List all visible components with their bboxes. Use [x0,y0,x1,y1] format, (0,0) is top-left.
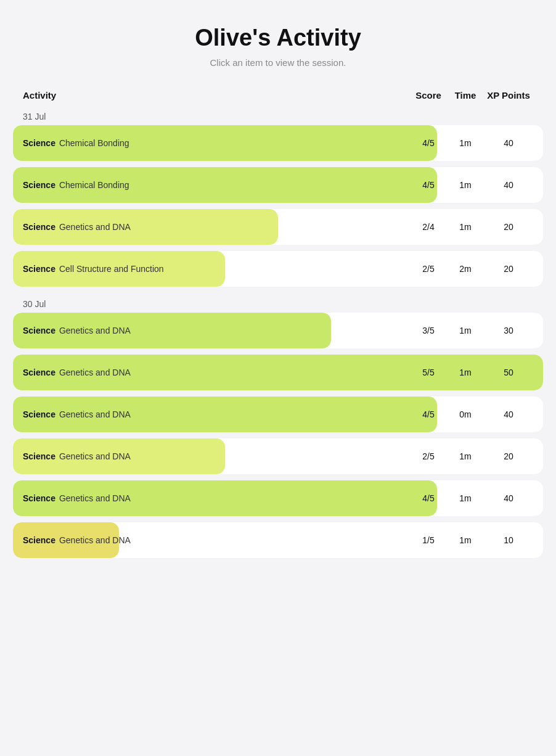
subject-badge: Science [23,409,55,419]
subject-badge: Science [23,451,55,461]
score-value: 5/5 [410,368,447,377]
col-header-score: Score [410,90,447,101]
xp-value: 20 [484,222,533,232]
row-content: Science Genetics and DNA 4/5 0m 40 [13,409,543,419]
row-content: Science Genetics and DNA 2/5 1m 20 [13,451,543,461]
xp-value: 10 [484,535,533,545]
page-container: Olive's Activity Click an item to view t… [13,25,543,558]
activity-content: Science Genetics and DNA [23,409,410,419]
activity-content: Science Chemical Bonding [23,138,410,148]
time-value: 1m [447,535,484,545]
xp-value: 40 [484,409,533,419]
table-row[interactable]: Science Chemical Bonding 4/5 1m 40 [13,167,543,203]
col-header-activity: Activity [23,90,410,101]
table-row[interactable]: Science Genetics and DNA 2/5 1m 20 [13,438,543,474]
score-value: 4/5 [410,409,447,419]
xp-value: 30 [484,326,533,335]
activity-content: Science Genetics and DNA [23,451,410,461]
table-row[interactable]: Science Genetics and DNA 5/5 1m 50 [13,355,543,390]
row-content: Science Genetics and DNA 1/5 1m 10 [13,535,543,545]
time-value: 1m [447,368,484,377]
time-value: 1m [447,451,484,461]
activity-content: Science Cell Structure and Function [23,264,410,274]
row-content: Science Genetics and DNA 3/5 1m 30 [13,326,543,335]
row-content: Science Genetics and DNA 5/5 1m 50 [13,368,543,377]
subject-badge: Science [23,326,55,335]
activity-content: Science Genetics and DNA [23,493,410,503]
subject-badge: Science [23,180,55,190]
activity-content: Science Genetics and DNA [23,326,410,335]
subject-badge: Science [23,138,55,148]
xp-value: 40 [484,493,533,503]
topic-name: Genetics and DNA [59,493,131,503]
table-row[interactable]: Science Genetics and DNA 4/5 1m 40 [13,480,543,516]
score-value: 4/5 [410,180,447,190]
xp-value: 20 [484,451,533,461]
activity-content: Science Genetics and DNA [23,368,410,377]
topic-name: Genetics and DNA [59,451,131,461]
score-value: 4/5 [410,138,447,148]
subject-badge: Science [23,493,55,503]
row-content: Science Chemical Bonding 4/5 1m 40 [13,180,543,190]
time-value: 1m [447,138,484,148]
time-value: 1m [447,222,484,232]
score-value: 3/5 [410,326,447,335]
time-value: 1m [447,493,484,503]
topic-name: Genetics and DNA [59,222,131,232]
score-value: 2/5 [410,264,447,274]
xp-value: 20 [484,264,533,274]
table-row[interactable]: Science Cell Structure and Function 2/5 … [13,251,543,287]
page-title: Olive's Activity [13,25,543,51]
col-header-xp: XP Points [484,90,533,101]
table-row[interactable]: Science Chemical Bonding 4/5 1m 40 [13,125,543,161]
table-header: Activity Score Time XP Points [13,90,543,105]
table-row[interactable]: Science Genetics and DNA 4/5 0m 40 [13,396,543,432]
activity-content: Science Chemical Bonding [23,180,410,190]
topic-name: Chemical Bonding [59,180,129,190]
xp-value: 40 [484,180,533,190]
time-value: 0m [447,409,484,419]
score-value: 2/4 [410,222,447,232]
subject-badge: Science [23,222,55,232]
subject-badge: Science [23,368,55,377]
score-value: 2/5 [410,451,447,461]
topic-name: Genetics and DNA [59,368,131,377]
subject-badge: Science [23,264,55,274]
time-value: 1m [447,180,484,190]
col-header-time: Time [447,90,484,101]
topic-name: Genetics and DNA [59,326,131,335]
date-label-0: 31 Jul [13,105,543,125]
table-row[interactable]: Science Genetics and DNA 1/5 1m 10 [13,522,543,558]
score-value: 1/5 [410,535,447,545]
row-content: Science Genetics and DNA 4/5 1m 40 [13,493,543,503]
date-label-1: 30 Jul [13,293,543,313]
row-content: Science Genetics and DNA 2/4 1m 20 [13,222,543,232]
table-row[interactable]: Science Genetics and DNA 2/4 1m 20 [13,209,543,245]
row-content: Science Cell Structure and Function 2/5 … [13,264,543,274]
score-value: 4/5 [410,493,447,503]
row-content: Science Chemical Bonding 4/5 1m 40 [13,138,543,148]
time-value: 2m [447,264,484,274]
xp-value: 40 [484,138,533,148]
page-subtitle: Click an item to view the session. [13,57,543,68]
table-row[interactable]: Science Genetics and DNA 3/5 1m 30 [13,313,543,348]
activity-list: 31 Jul Science Chemical Bonding 4/5 1m 4… [13,105,543,558]
subject-badge: Science [23,535,55,545]
topic-name: Genetics and DNA [59,409,131,419]
activity-content: Science Genetics and DNA [23,535,410,545]
topic-name: Chemical Bonding [59,138,129,148]
time-value: 1m [447,326,484,335]
topic-name: Cell Structure and Function [59,264,164,274]
xp-value: 50 [484,368,533,377]
activity-content: Science Genetics and DNA [23,222,410,232]
topic-name: Genetics and DNA [59,535,131,545]
